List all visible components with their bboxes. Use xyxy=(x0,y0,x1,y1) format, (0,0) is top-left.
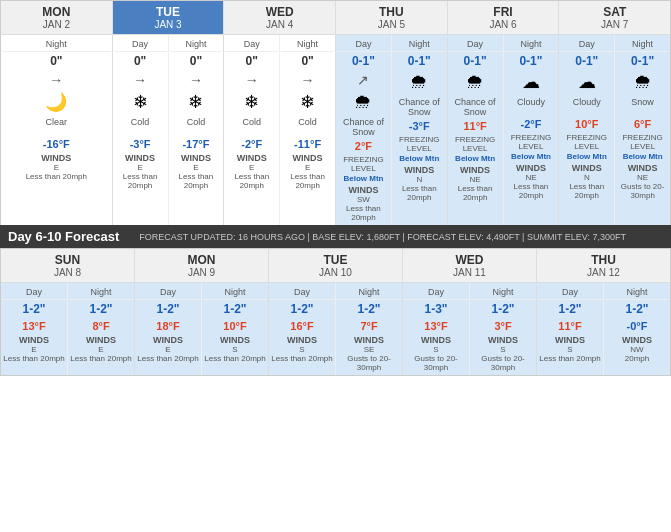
day-header: SUNJAN 8 xyxy=(1,249,134,283)
day-header: FRIJAN 6 xyxy=(448,1,559,35)
snow-amount: 1-3" xyxy=(424,300,447,318)
weather-icon: 🌨 xyxy=(466,70,484,96)
day-col-thu: THUJAN 5Day0-1"↗🌨Chance of Snow2°FFREEZI… xyxy=(336,1,448,225)
sub-cols-row: Day1-2"18°FWINDSELess than 20mphNight1-2… xyxy=(135,283,268,375)
day-date: JAN 2 xyxy=(3,19,110,30)
weather-widget: MONJAN 2Night0"→🌙Clear-16°FWINDSELess th… xyxy=(0,0,671,376)
winds-info: WINDSELess than 20mph xyxy=(70,334,131,364)
day-name: THU xyxy=(338,5,445,19)
sub-col-bottom: Night1-2"7°FWINDSSEGusts to 20-30mph xyxy=(336,283,402,375)
freezing-level: FREEZING LEVELBelow Mtn xyxy=(616,132,669,163)
temperature: 16°F xyxy=(290,318,313,334)
weather-icon: ❄ xyxy=(133,90,148,116)
day-name: FRI xyxy=(450,5,557,19)
weather-icon: 🌨 xyxy=(634,70,652,96)
winds-info: WINDSSEGusts to 20-30mph xyxy=(337,334,401,373)
sub-col-label: Night xyxy=(471,285,535,300)
sub-col-bottom: Day1-2"18°FWINDSELess than 20mph xyxy=(135,283,202,375)
sub-col-label: Night xyxy=(281,37,334,52)
day-date: JAN 11 xyxy=(405,267,534,278)
temperature: 7°F xyxy=(360,318,377,334)
day-date: JAN 12 xyxy=(539,267,668,278)
snow-amount: 1-2" xyxy=(625,300,648,318)
temperature: 13°F xyxy=(424,318,447,334)
temperature: 10°F xyxy=(223,318,246,334)
snow-amount: 0" xyxy=(50,52,62,70)
freezing-level: FREEZING LEVELBelow Mtn xyxy=(449,134,502,165)
sub-cols-row: Day1-2"11°FWINDSSLess than 20mphNight1-2… xyxy=(537,283,670,375)
sub-cols-row: Day0"→❄Cold-3°FWINDSELess than 20mphNigh… xyxy=(113,35,224,225)
freezing-level: FREEZING LEVELBelow Mtn xyxy=(505,132,558,163)
sub-col: Night0-1"🌨Chance of Snow-3°FFREEZING LEV… xyxy=(392,35,447,225)
day-name: WED xyxy=(226,5,333,19)
day-header: TUEJAN 10 xyxy=(269,249,402,283)
sub-col-label: Night xyxy=(203,285,267,300)
winds-info: WINDSSLess than 20mph xyxy=(539,334,600,364)
sub-col-label: Day xyxy=(560,37,613,52)
day-name: MON xyxy=(137,253,266,267)
sub-cols-row: Day1-2"13°FWINDSELess than 20mphNight1-2… xyxy=(1,283,134,375)
day-name: SUN xyxy=(3,253,132,267)
bottom-days-grid: SUNJAN 8Day1-2"13°FWINDSELess than 20mph… xyxy=(1,249,670,375)
forecast-banner: Day 6-10 Forecast FORECAST UPDATED: 16 H… xyxy=(0,225,671,248)
wind-arrow: → xyxy=(245,70,259,90)
weather-label: Chance of Snow xyxy=(449,96,502,118)
snow-amount: 0-1" xyxy=(352,52,375,70)
weather-icon: ❄ xyxy=(188,90,203,116)
sub-col: Day0-1"↗🌨Chance of Snow2°FFREEZING LEVEL… xyxy=(336,35,392,225)
freezing-level: FREEZING LEVELBelow Mtn xyxy=(560,132,613,163)
sub-col-bottom: Night1-2"3°FWINDSSGusts to 20-30mph xyxy=(470,283,536,375)
temperature: 8°F xyxy=(92,318,109,334)
wind-arrow: → xyxy=(133,70,147,90)
sub-col: Day0"→❄Cold-3°FWINDSELess than 20mph xyxy=(113,35,169,225)
freezing-level: FREEZING LEVELBelow Mtn xyxy=(337,154,390,185)
sub-col: Night0"→❄Cold-17°FWINDSELess than 20mph xyxy=(169,35,224,225)
freezing-level: FREEZING LEVELBelow Mtn xyxy=(393,134,446,165)
day-date: JAN 10 xyxy=(271,267,400,278)
snow-amount: 0" xyxy=(301,52,313,70)
sub-col: Day0"→❄Cold-2°FWINDSELess than 20mph xyxy=(224,35,280,225)
temperature: -2°F xyxy=(241,136,262,152)
banner-details: FORECAST UPDATED: 16 HOURS AGO | BASE EL… xyxy=(139,232,626,242)
sub-col-label: Day xyxy=(404,285,468,300)
winds-info: WINDSSWLess than 20mph xyxy=(337,184,390,223)
temperature: -16°F xyxy=(43,136,70,152)
temperature: 18°F xyxy=(156,318,179,334)
sub-cols-row: Day1-2"16°FWINDSSLess than 20mphNight1-2… xyxy=(269,283,402,375)
snow-amount: 1-2" xyxy=(357,300,380,318)
weather-label: Cloudy xyxy=(517,96,545,116)
winds-info: WINDSNW20mph xyxy=(622,334,652,364)
snow-amount: 1-2" xyxy=(89,300,112,318)
sub-col-label: Night xyxy=(505,37,558,52)
weather-icon: ☁ xyxy=(522,70,540,96)
winds-info: WINDSSLess than 20mph xyxy=(271,334,332,364)
snow-amount: 0" xyxy=(190,52,202,70)
day-header: MONJAN 2 xyxy=(1,1,112,35)
snow-amount: 0" xyxy=(246,52,258,70)
day-col-mon: MONJAN 2Night0"→🌙Clear-16°FWINDSELess th… xyxy=(1,1,113,225)
weather-icon: 🌨 xyxy=(410,70,428,96)
day-header: WEDJAN 4 xyxy=(224,1,335,35)
wind-arrow: → xyxy=(301,70,315,90)
winds-info: WINDSELess than 20mph xyxy=(170,152,223,191)
day-header: WEDJAN 11 xyxy=(403,249,536,283)
weather-label: Cold xyxy=(187,116,206,136)
winds-info: WINDSELess than 20mph xyxy=(26,152,87,182)
day-date: JAN 6 xyxy=(450,19,557,30)
day-header: SATJAN 7 xyxy=(559,1,670,35)
weather-label: Chance of Snow xyxy=(393,96,446,118)
winds-info: WINDSSGusts to 20-30mph xyxy=(471,334,535,373)
day-header: MONJAN 9 xyxy=(135,249,268,283)
day-date: JAN 8 xyxy=(3,267,132,278)
winds-info: WINDSNEGusts to 20-30mph xyxy=(616,162,669,201)
sub-col-label: Day xyxy=(136,285,200,300)
snow-amount: 0-1" xyxy=(519,52,542,70)
temperature: -17°F xyxy=(182,136,209,152)
day-col-bottom-thu: THUJAN 12Day1-2"11°FWINDSSLess than 20mp… xyxy=(537,249,670,375)
snow-amount: 1-2" xyxy=(156,300,179,318)
snow-amount: 0" xyxy=(134,52,146,70)
snow-amount: 1-2" xyxy=(22,300,45,318)
day-name: TUE xyxy=(115,5,222,19)
day-header: TUEJAN 3 xyxy=(113,1,224,35)
weather-icon: ❄ xyxy=(244,90,259,116)
